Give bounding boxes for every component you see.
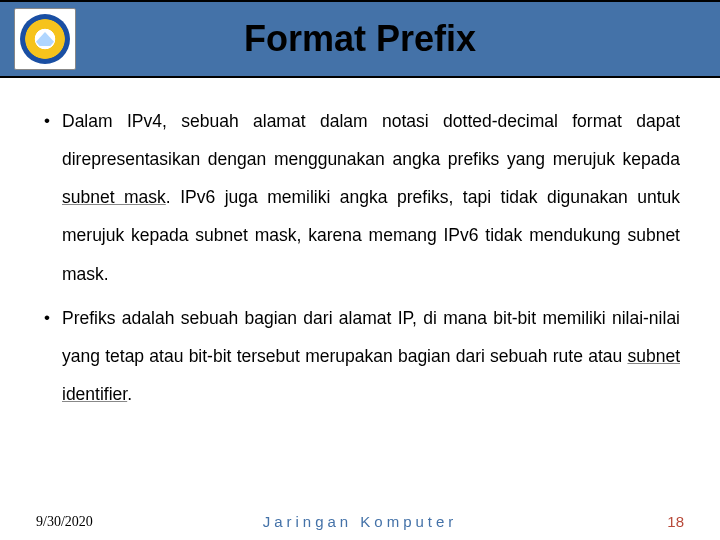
slide-title: Format Prefix [0, 18, 720, 60]
footer-page-number: 18 [667, 513, 684, 530]
bullet-list: Dalam IPv4, sebuah alamat dalam notasi d… [40, 102, 680, 413]
body-text: Dalam IPv4, sebuah alamat dalam notasi d… [62, 111, 680, 169]
footer-center-title: Jaringan Komputer [263, 513, 458, 530]
logo-emblem-icon [20, 14, 70, 64]
list-item: Dalam IPv4, sebuah alamat dalam notasi d… [40, 102, 680, 293]
underlined-term: subnet mask [62, 187, 166, 207]
slide-footer: 9/30/2020 Jaringan Komputer 18 [0, 513, 720, 530]
footer-date: 9/30/2020 [36, 514, 93, 530]
university-logo [14, 8, 76, 70]
body-text: . [127, 384, 132, 404]
body-text: Prefiks adalah sebuah bagian dari alamat… [62, 308, 680, 366]
logo-ship-icon [36, 32, 54, 46]
list-item: Prefiks adalah sebuah bagian dari alamat… [40, 299, 680, 413]
slide-body: Dalam IPv4, sebuah alamat dalam notasi d… [0, 78, 720, 413]
slide-header: Format Prefix [0, 0, 720, 78]
